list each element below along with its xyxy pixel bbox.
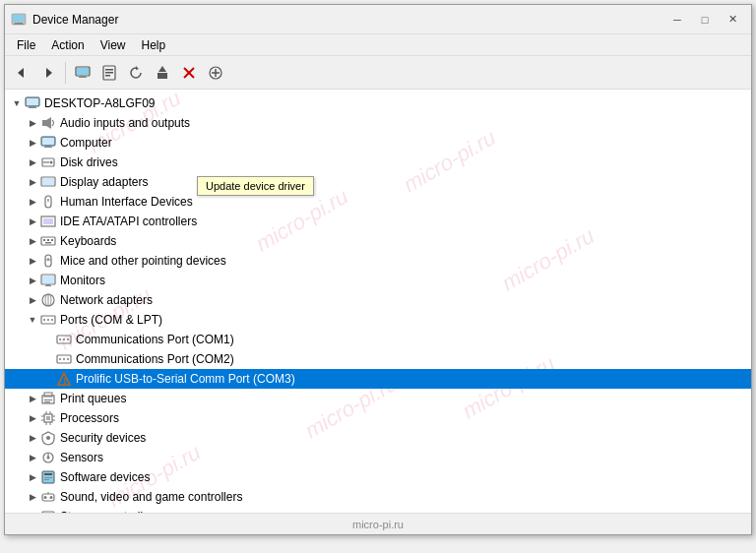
tree-root[interactable]: ▼ DESKTOP-A8LGF09 [5, 93, 751, 113]
svg-rect-8 [80, 76, 86, 77]
delete-button[interactable] [176, 60, 202, 86]
svg-point-62 [63, 338, 65, 340]
tree-item[interactable]: ▶ IDE ATA/ATAPI controllers [5, 212, 751, 231]
item-icon [40, 194, 56, 210]
item-icon [56, 332, 72, 347]
svg-rect-3 [14, 24, 24, 25]
svg-rect-11 [105, 69, 113, 71]
svg-point-33 [50, 161, 53, 164]
tree-item[interactable]: ▶ Security devices [5, 428, 751, 448]
expand-icon[interactable]: ▶ [25, 469, 40, 485]
expand-icon[interactable]: ▶ [25, 135, 40, 151]
menu-file[interactable]: File [9, 36, 43, 54]
menu-help[interactable]: Help [134, 36, 174, 54]
item-label: Software devices [60, 470, 150, 484]
expand-icon[interactable]: ▶ [25, 489, 40, 505]
svg-rect-96 [42, 512, 54, 513]
item-icon: ! [56, 371, 72, 387]
item-label: Monitors [60, 274, 105, 287]
svg-point-65 [59, 358, 61, 360]
tree-item[interactable]: ▶ Print queues [5, 389, 751, 408]
root-expand-icon[interactable]: ▼ [9, 95, 25, 111]
expand-icon[interactable]: ▶ [25, 174, 40, 190]
minimize-button[interactable]: ─ [664, 10, 690, 30]
expand-icon[interactable]: ▼ [25, 312, 40, 328]
svg-point-59 [51, 319, 53, 321]
expand-icon[interactable]: ▶ [25, 214, 40, 229]
svg-point-94 [50, 496, 53, 499]
title-bar: Device Manager ─ □ ✕ [5, 5, 751, 34]
forward-button[interactable] [35, 60, 61, 86]
item-label: Prolific USB-to-Serial Comm Port (COM3) [76, 372, 295, 386]
tree-item[interactable]: ▶ Human Interface Devices [5, 192, 751, 212]
tree-item[interactable]: ▶ Disk drives [5, 153, 751, 172]
expand-icon[interactable]: ▶ [25, 391, 40, 406]
item-label: Processors [60, 411, 119, 425]
svg-rect-51 [46, 284, 50, 285]
tree-item[interactable]: ▶ Sound, video and game controllers [5, 487, 751, 507]
item-icon [40, 410, 56, 426]
svg-marker-4 [18, 68, 24, 78]
tree-item[interactable]: Communications Port (COM2) [5, 349, 751, 369]
computer-button[interactable] [70, 60, 95, 86]
svg-rect-9 [79, 77, 87, 78]
tree-item[interactable]: Communications Port (COM1) [5, 330, 751, 349]
tree-item[interactable]: ! Prolific USB-to-Serial Comm Port (COM3… [5, 369, 751, 389]
item-label: Audio inputs and outputs [60, 116, 190, 130]
tree-item[interactable]: ▼ Ports (COM & LPT) [5, 310, 751, 330]
expand-icon[interactable]: ▶ [25, 154, 40, 170]
svg-point-66 [63, 358, 65, 360]
tree-item[interactable]: ▶ Display adapters [5, 172, 751, 192]
tree-view[interactable]: ▼ DESKTOP-A8LGF09 ▶ Audio inputs and out… [5, 90, 751, 513]
tree-item[interactable]: ▶ Monitors [5, 271, 751, 290]
toolbar-separator-1 [65, 62, 66, 84]
item-icon [56, 351, 72, 367]
expand-icon[interactable]: ▶ [25, 292, 40, 308]
window-title: Device Manager [32, 13, 118, 27]
device-manager-window: Device Manager ─ □ ✕ File Action View He… [4, 4, 752, 535]
expand-icon[interactable]: ▶ [25, 430, 40, 446]
svg-rect-90 [44, 477, 52, 478]
menu-action[interactable]: Action [43, 36, 92, 54]
add-hardware-button[interactable] [203, 60, 228, 86]
item-label: Security devices [60, 431, 146, 445]
back-button[interactable] [9, 60, 34, 86]
update-driver-button[interactable] [150, 60, 175, 86]
item-label: Sensors [60, 451, 103, 464]
tree-item[interactable]: ▶ Keyboards [5, 231, 751, 251]
tree-item[interactable]: ▶ Network adapters [5, 290, 751, 310]
item-icon [40, 233, 56, 249]
svg-point-58 [47, 319, 49, 321]
item-icon [40, 469, 56, 485]
properties-button[interactable] [96, 60, 122, 86]
expand-icon[interactable]: ▶ [25, 410, 40, 426]
expand-icon[interactable]: ▶ [25, 233, 40, 249]
item-icon [40, 312, 56, 328]
svg-rect-40 [43, 218, 53, 224]
expand-icon[interactable]: ▶ [25, 509, 40, 513]
expand-icon[interactable]: ▶ [25, 450, 40, 465]
menu-view[interactable]: View [93, 36, 134, 54]
expand-icon[interactable]: ▶ [25, 194, 40, 210]
expand-icon[interactable]: ▶ [25, 115, 40, 131]
tooltip: Update device driver [197, 176, 314, 196]
tree-item[interactable]: ▶ Sensors [5, 448, 751, 467]
tree-item[interactable]: ▶ Computer [5, 133, 751, 153]
tree-item[interactable]: ▶ Software devices [5, 467, 751, 487]
tree-items-container: ▶ Audio inputs and outputs ▶ Computer ▶ … [5, 113, 751, 513]
item-icon [40, 154, 56, 170]
tree-item[interactable]: ▶ Storage controllers [5, 507, 751, 513]
svg-rect-73 [44, 401, 50, 402]
expand-icon[interactable]: ▶ [25, 273, 40, 288]
tree-item[interactable]: ▶ Mice and other pointing devices [5, 251, 751, 271]
item-label: Network adapters [60, 293, 153, 307]
refresh-button[interactable] [123, 60, 149, 86]
item-icon [40, 430, 56, 446]
expand-icon[interactable]: ▶ [25, 253, 40, 269]
maximize-button[interactable]: □ [692, 10, 718, 30]
tree-item[interactable]: ▶ Processors [5, 408, 751, 428]
svg-rect-1 [13, 15, 25, 22]
tree-item[interactable]: ▶ Audio inputs and outputs [5, 113, 751, 133]
svg-point-84 [46, 436, 50, 440]
close-button[interactable]: ✕ [720, 10, 745, 30]
